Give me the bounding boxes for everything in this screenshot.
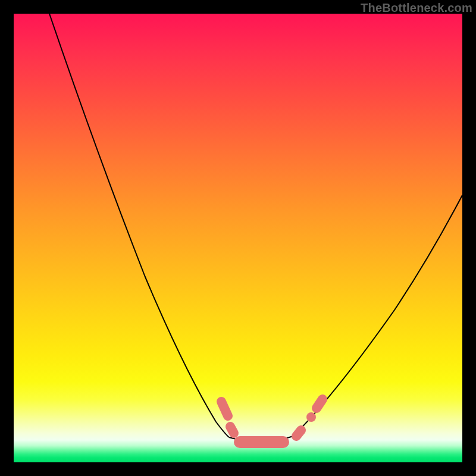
watermark-text: TheBottleneck.com	[361, 1, 472, 15]
chart-frame: TheBottleneck.com	[0, 0, 476, 476]
right-lower-lobe	[296, 430, 301, 436]
right-upper-lobe	[317, 399, 322, 408]
curve-layer	[14, 14, 462, 462]
plot-area	[14, 14, 462, 462]
right-upper-dot	[306, 412, 316, 422]
left-upper-lobe	[221, 402, 228, 416]
left-branch	[49, 14, 229, 437]
left-lower-lobe	[230, 427, 234, 433]
